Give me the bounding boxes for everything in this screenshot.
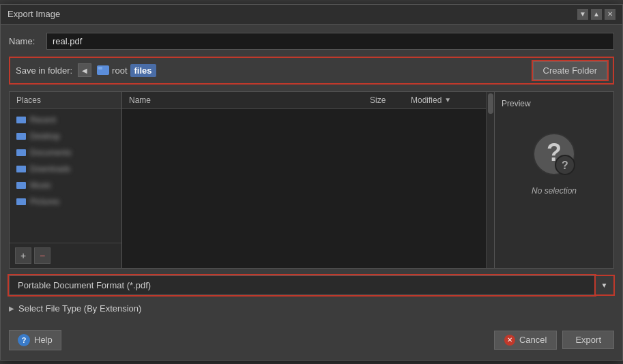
places-actions: + − <box>10 243 121 268</box>
title-bar-left: Export Image <box>8 9 60 19</box>
places-item-label: Documents <box>30 148 72 157</box>
places-item-label: Pictures <box>30 197 59 207</box>
folder-icon <box>97 65 109 75</box>
file-type-row[interactable]: ▶ Select File Type (By Extension) <box>9 301 614 316</box>
cancel-icon: ✕ <box>504 335 515 346</box>
help-button[interactable]: ? Help <box>9 330 61 350</box>
expand-arrow-icon: ▶ <box>9 305 14 312</box>
export-image-dialog: Export Image ▼ ▲ ✕ Name: Save in folder:… <box>0 4 623 361</box>
places-item-icon <box>16 182 26 189</box>
close-button[interactable]: ✕ <box>605 9 615 20</box>
path-root[interactable]: root <box>112 65 127 76</box>
cancel-button[interactable]: ✕ Cancel <box>494 331 557 350</box>
no-selection-icon: ? ? <box>532 132 576 176</box>
dialog-body: Name: Save in folder: ◀ root files <box>1 25 622 360</box>
svg-text:?: ? <box>562 160 568 171</box>
name-row: Name: <box>9 33 614 50</box>
filename-input[interactable] <box>46 33 614 50</box>
folder-icon-wrap <box>97 65 109 75</box>
export-button[interactable]: Export <box>562 331 614 349</box>
list-item[interactable]: Music <box>10 177 121 194</box>
list-item[interactable]: Desktop <box>10 128 121 145</box>
places-item-icon <box>16 198 26 205</box>
places-item-label: Recent <box>30 115 56 125</box>
dialog-title: Export Image <box>8 9 60 19</box>
add-place-button[interactable]: + <box>15 247 31 264</box>
list-item[interactable]: Documents <box>10 145 121 161</box>
scrollbar[interactable] <box>486 92 494 268</box>
places-item-label: Music <box>30 181 51 190</box>
scrollbar-thumb <box>488 93 493 114</box>
content-area: Places Recent Desktop Documents <box>9 91 614 269</box>
places-item-icon <box>16 117 26 123</box>
places-item-icon <box>16 149 26 156</box>
minimize-button[interactable]: ▼ <box>577 9 588 20</box>
cancel-label: Cancel <box>519 335 547 345</box>
list-item[interactable]: Pictures <box>10 194 121 210</box>
folder-path: root files <box>97 64 156 77</box>
places-item-label: Desktop <box>30 132 60 141</box>
file-type-label: Select File Type (By Extension) <box>18 303 141 314</box>
preview-icon-area: ? ? No selection <box>532 132 577 196</box>
list-item[interactable]: Recent <box>10 112 121 128</box>
format-row: Portable Document Format (*.pdf) ▼ <box>9 275 614 295</box>
maximize-button[interactable]: ▲ <box>591 9 602 20</box>
title-bar-controls: ▼ ▲ ✕ <box>577 9 615 20</box>
places-header: Places <box>10 92 121 109</box>
name-label: Name: <box>9 36 40 46</box>
svg-rect-1 <box>98 67 102 70</box>
path-current[interactable]: files <box>130 64 156 77</box>
places-list: Recent Desktop Documents Downloads <box>10 109 121 243</box>
places-item-icon <box>16 133 26 140</box>
places-item-label: Downloads <box>30 164 70 174</box>
bottom-row: ? Help ✕ Cancel Export <box>9 324 614 352</box>
format-dropdown-button[interactable]: ▼ <box>595 275 614 295</box>
list-item[interactable]: Downloads <box>10 161 121 177</box>
preview-header: Preview <box>502 99 531 108</box>
preview-panel: Preview ? ? No selection <box>494 92 613 268</box>
places-panel: Places Recent Desktop Documents <box>10 92 122 268</box>
create-folder-button[interactable]: Create Folder <box>533 61 607 80</box>
files-body <box>122 109 486 268</box>
sort-arrow-icon: ▼ <box>444 96 451 104</box>
column-modified[interactable]: Modified ▼ <box>411 95 479 105</box>
folder-label: Save in folder: <box>16 65 72 76</box>
column-name: Name <box>129 95 370 105</box>
format-display[interactable]: Portable Document Format (*.pdf) <box>9 275 595 295</box>
no-selection-text: No selection <box>532 186 577 196</box>
column-size: Size <box>370 95 411 105</box>
folder-back-button[interactable]: ◀ <box>78 63 91 77</box>
save-in-folder-row: Save in folder: ◀ root files Create Fold… <box>9 57 614 85</box>
remove-place-button[interactable]: − <box>34 247 50 264</box>
files-panel: Name Size Modified ▼ <box>122 92 486 268</box>
places-item-icon <box>16 166 26 172</box>
help-label: Help <box>34 335 53 345</box>
title-bar: Export Image ▼ ▲ ✕ <box>1 5 622 25</box>
files-header: Name Size Modified ▼ <box>122 92 486 109</box>
help-icon: ? <box>18 334 30 346</box>
